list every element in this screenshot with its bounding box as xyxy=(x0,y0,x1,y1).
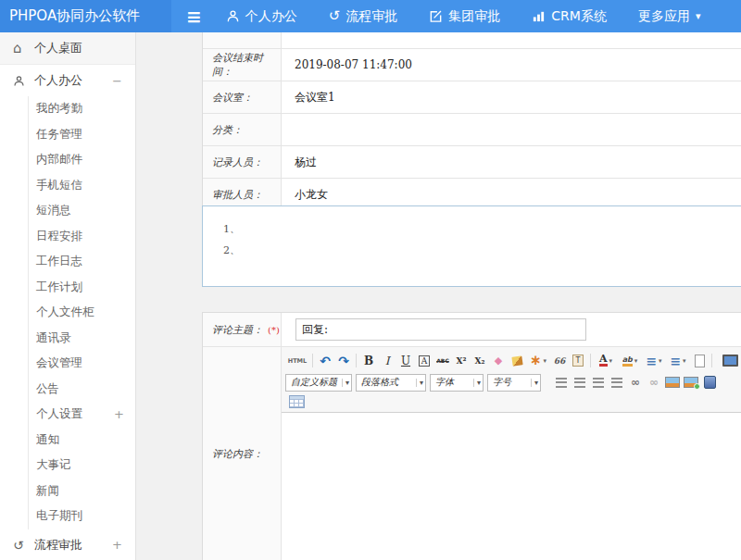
source-html-button[interactable] xyxy=(285,353,309,369)
sidebar-item-desktop[interactable]: 个人桌面 xyxy=(0,32,135,65)
sidebar-subitem[interactable]: 我的考勤 xyxy=(29,96,135,122)
heading-select[interactable]: 自定义标题 xyxy=(285,374,352,392)
app-logo[interactable]: PHPOA协同办公软件 xyxy=(0,0,171,32)
sidebar-subitem-label: 新闻 xyxy=(36,483,59,499)
meeting-content-textarea[interactable]: 1、2、 xyxy=(202,205,741,287)
comment-subject-input[interactable] xyxy=(295,318,586,341)
expand-icon: + xyxy=(114,407,135,421)
nav-more-apps[interactable]: 更多应用 xyxy=(638,8,701,25)
sidebar-item-label: 流程审批 xyxy=(34,537,82,554)
nav-personal-office[interactable]: 个人办公 xyxy=(226,8,297,25)
sidebar-subitem[interactable]: 个人设置 + xyxy=(29,402,135,428)
form-row: 会议室： 会议室1 xyxy=(203,81,741,113)
font-size-select[interactable]: 字号 xyxy=(487,374,541,392)
sidebar-subitem[interactable]: 手机短信 xyxy=(29,173,135,199)
font-color-button[interactable] xyxy=(594,353,618,369)
select-label: 段落格式 xyxy=(361,376,398,389)
sidebar-subitem[interactable]: 新闻 xyxy=(29,479,135,504)
align-left-button[interactable] xyxy=(552,374,571,391)
rich-text-editor: 自定义标题 段落格式 字体 字号 xyxy=(282,347,741,560)
upload-image-button[interactable] xyxy=(682,374,700,391)
link-button[interactable] xyxy=(626,374,645,391)
format-brush-button[interactable] xyxy=(508,353,526,369)
nav-process-approval[interactable]: 流程审批 xyxy=(329,8,398,25)
align-right-button[interactable] xyxy=(589,374,608,391)
eraser-button[interactable] xyxy=(489,353,508,369)
insert-media-button[interactable] xyxy=(700,374,719,391)
sidebar-subitem-label: 我的考勤 xyxy=(36,101,82,117)
italic-button[interactable] xyxy=(378,353,396,369)
sidebar-subitem[interactable]: 大事记 xyxy=(29,453,135,479)
form-row-partial xyxy=(203,32,741,48)
select-label: 字体 xyxy=(435,376,454,389)
align-center-button[interactable] xyxy=(571,374,589,391)
paste-text-button[interactable] xyxy=(569,353,587,369)
fullscreen-button[interactable] xyxy=(721,353,738,369)
label-text: 评论主题： xyxy=(212,323,263,337)
sidebar-item-label: 个人办公 xyxy=(34,72,82,89)
insert-image-button[interactable] xyxy=(663,374,682,391)
font-style-button[interactable] xyxy=(415,353,433,369)
sidebar-subitem[interactable]: 会议管理 xyxy=(29,351,135,377)
nav-group-approval[interactable]: 集团审批 xyxy=(429,8,500,25)
sidebar-item-personal-office[interactable]: 个人办公 − xyxy=(0,65,135,96)
sidebar-subitem-label: 内部邮件 xyxy=(36,152,82,168)
sidebar-subitem[interactable]: 电子期刊 xyxy=(29,504,135,529)
unlink-button[interactable] xyxy=(645,374,663,391)
unordered-list-button[interactable] xyxy=(666,353,690,369)
undo-button[interactable] xyxy=(316,353,334,369)
sidebar-item-label: 个人桌面 xyxy=(34,40,82,56)
form-row-value: 2019-08-07 11:47:00 xyxy=(282,49,741,81)
sidebar-subitem-label: 通讯录 xyxy=(36,330,71,346)
sidebar-subitem-label: 个人文件柜 xyxy=(36,305,94,320)
superscript-button[interactable] xyxy=(452,353,471,369)
sidebar-subitem[interactable]: 工作计划 xyxy=(29,275,135,301)
top-nav: 个人办公 流程审批 集团审批 CRM系统 更多应用 xyxy=(226,8,733,25)
sidebar-item-process-approval[interactable]: 流程审批 + xyxy=(0,529,135,560)
sidebar-subitem[interactable]: 公告 xyxy=(29,377,135,403)
magic-wand-button[interactable] xyxy=(526,353,550,369)
bold-button[interactable] xyxy=(359,353,378,369)
nav-crm-system[interactable]: CRM系统 xyxy=(532,8,607,25)
insert-table-button[interactable] xyxy=(287,393,306,410)
comment-content-label: 评论内容： xyxy=(203,347,282,560)
form-row-value xyxy=(282,32,741,48)
sidebar-subitem[interactable]: 个人文件柜 xyxy=(29,300,135,326)
sidebar-subitem-label: 任务管理 xyxy=(36,127,82,143)
sidebar-subitem-label: 电子期刊 xyxy=(36,508,82,524)
comment-subject-row: 评论主题： (*) xyxy=(203,313,741,347)
main-content: 会议结束时间： 2019-08-07 11:47:00 会议室： 会议室1 分类… xyxy=(136,32,741,560)
form-row: 分类： xyxy=(203,113,741,145)
home-icon xyxy=(13,40,34,56)
sidebar: 个人桌面 个人办公 − 我的考勤 任务管理 内部邮件 手机短信 短消息 xyxy=(0,32,136,560)
paragraph-format-select[interactable]: 段落格式 xyxy=(356,374,426,392)
cycle-arrow-icon xyxy=(329,9,341,23)
blockquote-button[interactable] xyxy=(550,353,569,369)
align-justify-button[interactable] xyxy=(608,374,626,391)
bg-color-button[interactable] xyxy=(618,353,642,369)
nav-label: CRM系统 xyxy=(551,8,607,25)
sidebar-subitem[interactable]: 通知 xyxy=(29,428,135,454)
sidebar-subitem[interactable]: 任务管理 xyxy=(29,122,135,148)
subscript-button[interactable] xyxy=(471,353,489,369)
editor-content-area[interactable] xyxy=(282,413,741,560)
font-family-select[interactable]: 字体 xyxy=(430,374,484,392)
content-line: 2、 xyxy=(223,240,741,261)
comment-subject-label: 评论主题： (*) xyxy=(203,313,282,346)
nav-label: 个人办公 xyxy=(245,8,297,25)
sidebar-subitem[interactable]: 通讯录 xyxy=(29,326,135,352)
strikethrough-button[interactable] xyxy=(433,353,452,369)
ordered-list-button[interactable] xyxy=(642,353,666,369)
hamburger-menu-icon[interactable] xyxy=(186,6,202,28)
underline-button[interactable] xyxy=(396,353,415,369)
sidebar-subitem[interactable]: 工作日志 xyxy=(29,249,135,275)
sidebar-subitem[interactable]: 短消息 xyxy=(29,198,135,224)
sidebar-subitem[interactable]: 内部邮件 xyxy=(29,147,135,173)
sidebar-subitem-label: 会议管理 xyxy=(36,355,82,371)
form-row-label: 分类： xyxy=(203,114,282,145)
nav-label: 集团审批 xyxy=(448,8,500,25)
sidebar-subitem-label: 手机短信 xyxy=(36,178,82,193)
redo-button[interactable] xyxy=(334,353,353,369)
sidebar-subitem[interactable]: 日程安排 xyxy=(29,224,135,250)
new-page-button[interactable] xyxy=(690,353,709,369)
